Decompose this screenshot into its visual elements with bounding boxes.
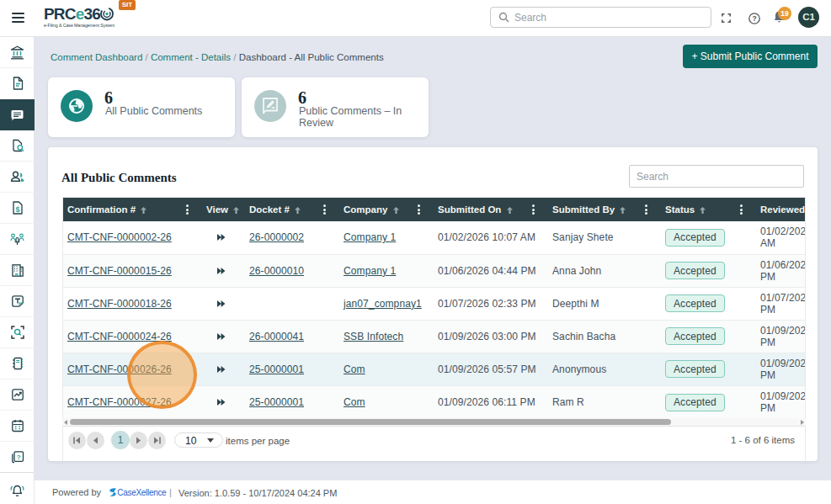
svg-text:?: ?: [752, 14, 756, 23]
svg-text:$: $: [15, 205, 19, 214]
svg-text:?: ?: [16, 454, 20, 461]
